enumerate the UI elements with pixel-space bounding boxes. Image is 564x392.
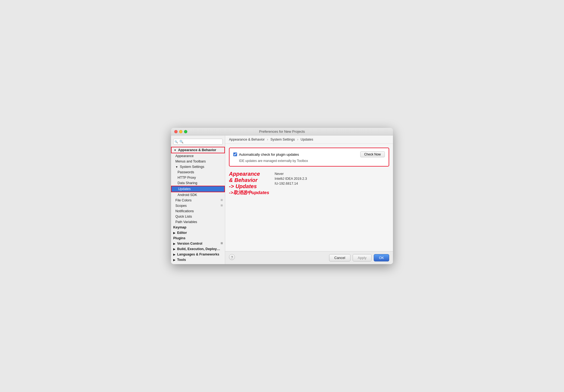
sidebar-item-file-colors[interactable]: File Colors ⊞ [171,198,225,203]
annot-line4: ->取消选中updates [229,190,269,196]
sidebar-item-path-variables[interactable]: Path Variables [171,219,225,225]
expand-icon: ▼ [174,149,176,152]
maximize-button[interactable] [184,130,187,133]
sidebar-item-notifications[interactable]: Notifications [171,208,225,214]
updates-box: Automatically check for plugin updates C… [229,148,389,167]
breadcrumb-part3: Updates [301,138,313,141]
sidebar-item-languages-frameworks[interactable]: ▶ Languages & Frameworks [171,252,225,257]
sidebar-item-scopes[interactable]: Scopes ⊞ [171,203,225,208]
sidebar-item-passwords[interactable]: Passwords [171,170,225,175]
breadcrumb: Appearance & Behavior › System Settings … [225,135,393,144]
sidebar-item-android-sdk[interactable]: Android SDK [171,192,225,198]
sidebar-item-system-settings[interactable]: ▼ System Settings [171,164,225,170]
help-button[interactable]: ? [229,254,235,260]
main-panel: Appearance & Behavior › System Settings … [225,135,393,264]
annot-line3: -> Updates [229,183,269,190]
vc-expand-icon: ▶ [173,242,175,245]
annot-line1: Appearance [229,171,269,177]
sidebar-item-menus-toolbars[interactable]: Menus and Toolbars [171,159,225,164]
titlebar: Preferences for New Projects [171,128,393,135]
build-expand-icon: ▶ [173,248,175,251]
scopes-page-icon: ⊞ [221,204,223,207]
editor-expand-icon: ▶ [173,231,175,234]
window-title: Preferences for New Projects [259,129,305,134]
window-controls [174,130,187,133]
tools-expand-icon: ▶ [173,258,175,261]
sidebar-item-appearance-behavior[interactable]: ▼ Appearance & Behavior [171,147,225,153]
sidebar-item-quick-lists[interactable]: Quick Lists [171,214,225,219]
build-row: IU-192.6817.14 [275,182,307,185]
version-value: IntelliJ IDEA 2019.2.3 [275,177,307,181]
last-check-row: Never [275,172,307,176]
cancel-button[interactable]: Cancel [329,254,350,261]
file-colors-page-icon: ⊞ [221,198,223,201]
sidebar-item-keymap[interactable]: Keymap [171,225,225,230]
lang-expand-icon: ▶ [173,253,175,256]
close-button[interactable] [174,130,178,133]
ok-button[interactable]: OK [374,254,389,261]
info-section: Never IntelliJ IDEA 2019.2.3 IU-192.6817… [275,172,307,187]
minimize-button[interactable] [179,130,182,133]
apply-button[interactable]: Apply [353,254,372,261]
build-value: IU-192.6817.14 [275,182,298,185]
sidebar: ▼ Appearance & Behavior Appearance Menus… [171,135,225,264]
main-body: Automatically check for plugin updates C… [225,144,393,251]
vc-page-icon: ⊞ [221,242,223,245]
breadcrumb-sep2: › [297,138,298,141]
bottom-bar: ? Cancel Apply OK [225,251,393,264]
breadcrumb-sep1: › [267,138,268,141]
sidebar-item-data-sharing[interactable]: Data Sharing [171,180,225,186]
check-now-button[interactable]: Check Now [360,151,385,157]
content-area: ▼ Appearance & Behavior Appearance Menus… [171,135,393,264]
sidebar-item-version-control[interactable]: ▶ Version Control ⊞ [171,241,225,246]
sidebar-item-editor[interactable]: ▶ Editor [171,230,225,235]
search-area[interactable] [173,139,223,145]
sidebar-item-updates[interactable]: Updates [171,186,225,192]
sidebar-item-appearance[interactable]: Appearance [171,153,225,159]
breadcrumb-part2: System Settings [270,138,295,141]
preferences-window: Preferences for New Projects ▼ Appearanc… [171,128,393,264]
last-check-value: Never [275,172,284,176]
sidebar-item-plugins[interactable]: Plugins [171,235,225,241]
annot-line2: & Behavior [229,177,269,183]
plugin-updates-checkbox[interactable] [233,152,237,156]
sidebar-item-build-execution[interactable]: ▶ Build, Execution, Deployment [171,246,225,252]
annotation-block: Appearance & Behavior -> Updates ->取消选中u… [229,171,269,196]
plugin-updates-label[interactable]: Automatically check for plugin updates [233,152,299,157]
breadcrumb-part1: Appearance & Behavior [229,138,265,141]
updates-row: Automatically check for plugin updates C… [233,151,385,157]
ide-note: IDE updates are managed externally by To… [239,159,385,163]
expand-sub-icon: ▼ [175,165,178,168]
sidebar-item-http-proxy[interactable]: HTTP Proxy [171,175,225,180]
sidebar-item-tools[interactable]: ▶ Tools [171,257,225,263]
annotations: Appearance & Behavior -> Updates ->取消选中u… [229,171,389,196]
version-row: IntelliJ IDEA 2019.2.3 [275,177,307,181]
search-input[interactable] [173,139,223,145]
plugin-updates-text: Automatically check for plugin updates [239,152,299,157]
